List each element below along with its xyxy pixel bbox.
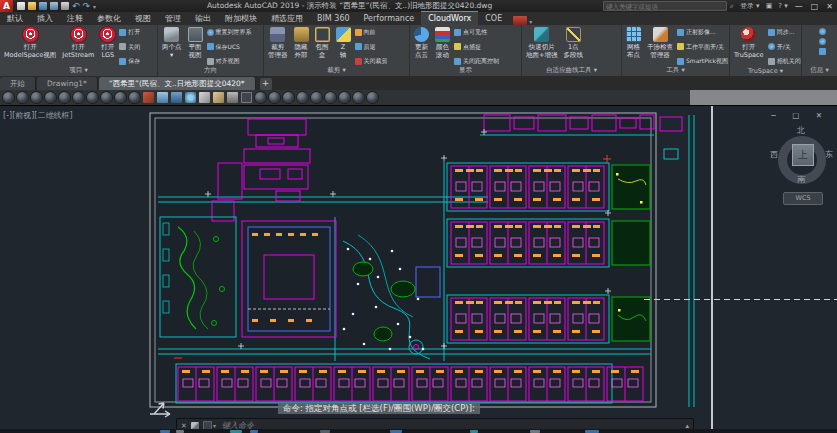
project-save-button[interactable]: 保存 bbox=[119, 57, 140, 65]
ortho-image-button[interactable]: 正射影像... bbox=[677, 28, 728, 36]
signin-button[interactable]: 登录 ▾ bbox=[740, 1, 760, 11]
color-scroll-button[interactable]: 颜色滚动 bbox=[433, 27, 452, 59]
ribbon-tab[interactable]: 视图 bbox=[128, 12, 158, 25]
panel-label-project[interactable]: 项目 ▾ bbox=[0, 66, 157, 75]
new-icon[interactable] bbox=[17, 2, 25, 10]
panel-label-truspace[interactable]: TruSpace ▾ bbox=[730, 67, 801, 75]
open-icon[interactable] bbox=[28, 2, 36, 10]
ribbon-tab[interactable]: Performance bbox=[357, 12, 422, 25]
smartpick-view-button[interactable]: SmartPick视图 bbox=[677, 57, 728, 65]
pencil-icon[interactable] bbox=[199, 92, 210, 103]
apps-icon[interactable] bbox=[143, 92, 154, 103]
panel-label-info[interactable]: 信息 ▾ bbox=[802, 66, 837, 75]
compass-east-label[interactable]: 东 bbox=[825, 149, 833, 160]
plot-icon[interactable] bbox=[61, 2, 69, 10]
scan-region-icon[interactable] bbox=[367, 92, 378, 103]
one-point-polyline-button[interactable]: 1点多段线 bbox=[561, 27, 585, 59]
scan-region-icon[interactable] bbox=[101, 92, 112, 103]
open-truspace-button[interactable]: 打开TruSpace bbox=[732, 27, 766, 59]
scan-region-icon[interactable] bbox=[325, 92, 336, 103]
distance-control-off-button[interactable]: 关闭距离控制 bbox=[454, 57, 499, 65]
undo-icon[interactable]: ↶ bbox=[72, 2, 80, 10]
clip-forward-button[interactable]: 向前 bbox=[355, 28, 388, 36]
update-point-cloud-button[interactable]: 更新点云 bbox=[412, 27, 431, 59]
search-input[interactable] bbox=[603, 1, 727, 11]
new-drawing-tab-button[interactable]: + bbox=[260, 78, 272, 90]
save-as-icon[interactable] bbox=[50, 2, 58, 10]
ribbon-tab[interactable]: 参数化 bbox=[90, 12, 128, 25]
viewcube[interactable]: 北 东 南 西 上 WCS bbox=[769, 126, 835, 212]
model-space-canvas[interactable]: [-][前视][二维线框] bbox=[0, 105, 837, 430]
hide-outside-button[interactable]: 隐藏外部 bbox=[292, 27, 311, 59]
scan-region-icon[interactable] bbox=[255, 92, 266, 103]
close-button[interactable]: ✕ bbox=[826, 2, 833, 11]
file-tab[interactable]: Drawing1* bbox=[37, 77, 98, 90]
open-lgs-button[interactable]: 打开LGS bbox=[98, 27, 117, 59]
open-jetstream-button[interactable]: 打开JetStream bbox=[60, 27, 96, 59]
drawing-window-buttons[interactable]: ─ □ ✕ bbox=[771, 111, 829, 120]
help-button[interactable]: ? ▾ bbox=[778, 2, 787, 10]
camera-icon[interactable] bbox=[227, 92, 238, 103]
truspace-toggle-button[interactable]: 开/关 bbox=[768, 43, 801, 51]
ribbon-tab[interactable]: COE bbox=[478, 12, 509, 25]
file-tab[interactable]: 开始 bbox=[0, 77, 36, 90]
about-icon[interactable] bbox=[819, 38, 826, 45]
clip-back-button[interactable]: 后退 bbox=[355, 43, 388, 51]
truspace-sync-button[interactable]: 同步... bbox=[768, 28, 801, 36]
recent-commands-dropdown-icon[interactable]: ▾ bbox=[213, 422, 216, 429]
open-modelspace-views-button[interactable]: 打开ModelSpace视图 bbox=[2, 27, 58, 59]
ribbon-tab[interactable]: 插入 bbox=[30, 12, 60, 25]
scan-region-icon[interactable] bbox=[3, 92, 14, 103]
scan-region-icon[interactable] bbox=[311, 92, 322, 103]
scan-region-icon[interactable] bbox=[45, 92, 56, 103]
panel-label-display[interactable]: 显示 bbox=[410, 66, 521, 75]
wcs-dropdown[interactable]: WCS bbox=[783, 192, 823, 205]
cad-drawing[interactable] bbox=[148, 109, 712, 415]
ribbon-tab[interactable]: 注释 bbox=[60, 12, 90, 25]
scan-region-icon[interactable] bbox=[31, 92, 42, 103]
frame-icon[interactable] bbox=[241, 92, 252, 103]
app-store-icon[interactable]: ▣ bbox=[766, 2, 773, 10]
drawing-window-border[interactable] bbox=[711, 106, 713, 430]
panel-label-tools[interactable]: 工具 ▾ bbox=[622, 66, 729, 75]
ribbon-tab[interactable]: 管理 bbox=[158, 12, 188, 25]
ribbon-tab[interactable]: BIM 360 bbox=[310, 12, 357, 25]
z-axis-button[interactable]: Z轴 bbox=[334, 27, 353, 59]
align-view-button[interactable]: 对齐视图 bbox=[207, 57, 252, 65]
save-ucs-button[interactable]: 保存UCS bbox=[207, 43, 252, 51]
project-open-button[interactable]: 打开 bbox=[119, 28, 140, 36]
two-points-button[interactable]: 两个点▾ bbox=[160, 27, 184, 59]
docs-icon[interactable] bbox=[819, 48, 826, 55]
scan-region-icon[interactable] bbox=[339, 92, 350, 103]
scan-region-icon[interactable] bbox=[17, 92, 28, 103]
clip-off-button[interactable]: 关闭裁剪 bbox=[355, 57, 388, 65]
scan-region-icon[interactable] bbox=[73, 92, 84, 103]
layers-icon[interactable] bbox=[171, 92, 182, 103]
reset-to-world-button[interactable]: 重置到世界系 bbox=[207, 28, 252, 36]
panel-label-orientation[interactable]: 方向 bbox=[158, 66, 263, 75]
scan-region-icon[interactable] bbox=[269, 92, 280, 103]
panel-label-clip[interactable]: 裁剪 ▾ bbox=[264, 66, 409, 75]
eraser-icon[interactable] bbox=[213, 92, 224, 103]
project-close-button[interactable]: 关闭 bbox=[119, 43, 140, 51]
point-snap-button[interactable]: 点捕捉 bbox=[454, 43, 499, 51]
grid-points-button[interactable]: 网格布点 bbox=[624, 27, 643, 59]
search-icon[interactable]: ⌕ bbox=[730, 2, 734, 10]
panel-label-adaptive-curve[interactable]: 自适应曲线工具 ▾ bbox=[522, 66, 621, 75]
ribbon-tab[interactable]: CloudWorx bbox=[421, 11, 478, 25]
redo-icon[interactable]: ↷ bbox=[83, 2, 91, 10]
plan-view-button[interactable]: 平面视图 bbox=[186, 27, 205, 59]
clip-manager-button[interactable]: 裁剪管理器 bbox=[266, 27, 290, 59]
maximize-button[interactable]: □ bbox=[811, 2, 819, 11]
compass-west-label[interactable]: 西 bbox=[770, 149, 778, 160]
scan-region-icon[interactable] bbox=[115, 92, 126, 103]
ribbon-tab[interactable]: 精选应用 bbox=[264, 12, 310, 25]
quick-slice-button[interactable]: 快速切片地面+增强 bbox=[524, 27, 559, 59]
coe-addon-icon[interactable] bbox=[513, 16, 527, 25]
viewport-controls-label[interactable]: [-][前视][二维线框] bbox=[3, 110, 73, 121]
scan-region-icon[interactable] bbox=[283, 92, 294, 103]
save-icon[interactable] bbox=[39, 2, 47, 10]
bounding-box-button[interactable]: 包围盒 bbox=[313, 27, 332, 59]
viewcube-top-face[interactable]: 上 bbox=[792, 144, 814, 166]
status-bar[interactable] bbox=[0, 429, 837, 433]
